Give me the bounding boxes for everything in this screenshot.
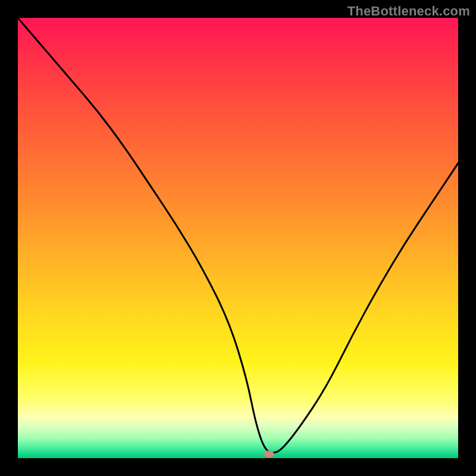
watermark-text: TheBottleneck.com [347,4,470,19]
gradient-rect [18,18,458,458]
optimum-marker [264,450,274,457]
plot-svg [18,18,458,458]
plot-area [18,18,458,458]
chart-container: TheBottleneck.com [0,0,476,476]
